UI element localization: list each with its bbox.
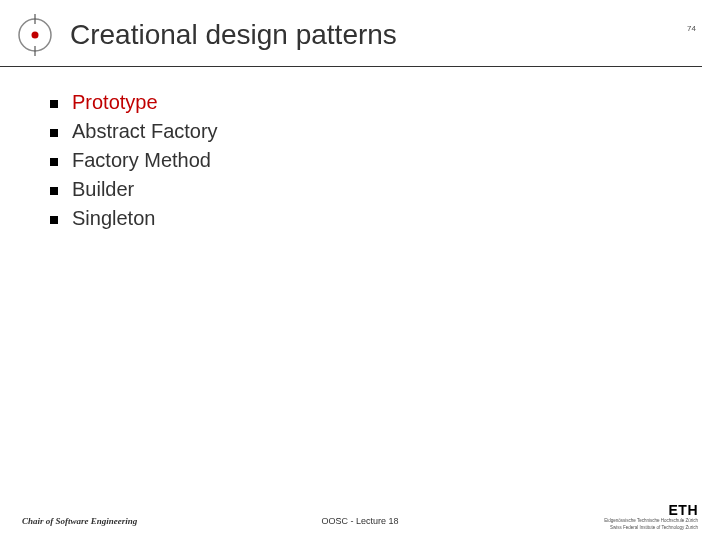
list-item: Abstract Factory [50,120,720,143]
list-item-text: Factory Method [72,149,211,172]
list-item-text: Abstract Factory [72,120,218,143]
footer-chair: Chair of Software Engineering [22,516,137,526]
slide-title: Creational design patterns [70,19,397,51]
svg-point-1 [32,32,39,39]
logo-icon [14,14,56,56]
eth-subtitle-2: Swiss Federal Institute of Technology Zu… [604,525,698,530]
eth-logo: ETH [604,503,698,517]
bullet-icon [50,187,58,195]
list-item: Singleton [50,207,720,230]
list-item: Factory Method [50,149,720,172]
footer-institution: ETH Eidgenössische Technische Hochschule… [604,503,698,530]
list-item-text: Singleton [72,207,155,230]
slide-header: Creational design patterns [0,0,702,67]
bullet-icon [50,158,58,166]
footer-lecture: OOSC - Lecture 18 [321,516,398,526]
bullet-icon [50,216,58,224]
bullet-icon [50,100,58,108]
eth-subtitle-1: Eidgenössische Technische Hochschule Zür… [604,518,698,523]
list-item: Builder [50,178,720,201]
list-item-text: Prototype [72,91,158,114]
bullet-list: PrototypeAbstract FactoryFactory MethodB… [0,67,720,230]
page-number: 74 [687,24,696,33]
bullet-icon [50,129,58,137]
list-item: Prototype [50,91,720,114]
list-item-text: Builder [72,178,134,201]
